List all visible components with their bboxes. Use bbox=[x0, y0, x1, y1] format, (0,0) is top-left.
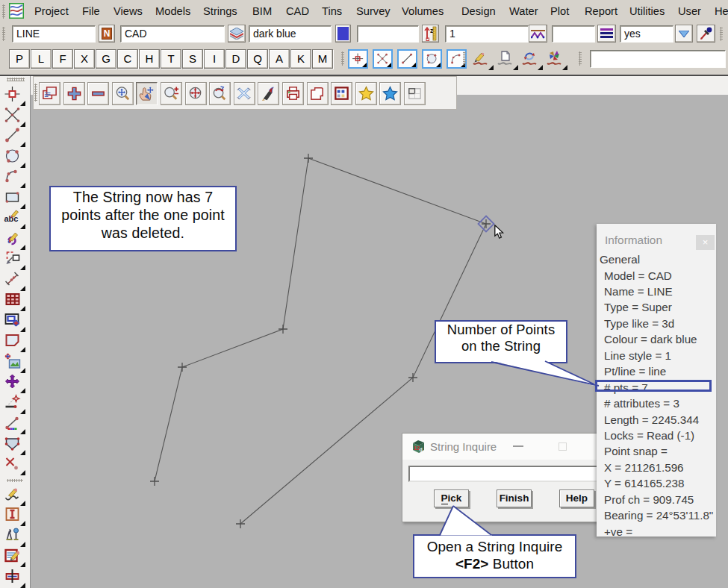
svg-text:abc: abc bbox=[4, 214, 19, 223]
svg-text:d: d bbox=[420, 447, 423, 452]
